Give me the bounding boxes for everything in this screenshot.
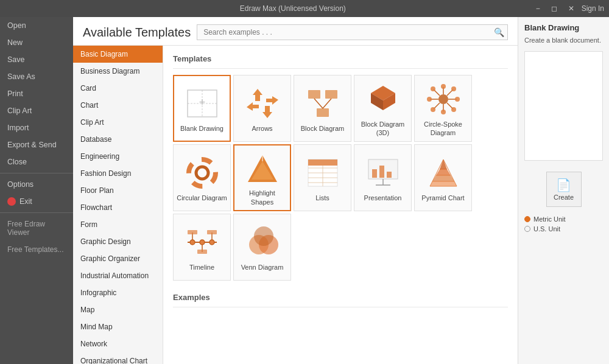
cat-graphic-organizer[interactable]: Graphic Organizer — [73, 250, 163, 267]
preview-box — [524, 51, 603, 161]
create-label: Create — [554, 194, 574, 201]
template-highlight-shapes-label: Highlight Shapes — [237, 189, 287, 206]
unit-metric[interactable]: Metric Unit — [524, 215, 603, 223]
us-label: U.S. Unit — [533, 225, 560, 233]
svg-marker-57 — [432, 175, 454, 181]
sidebar-item-new[interactable]: New — [0, 34, 73, 51]
cat-fashion-design[interactable]: Fashion Design — [73, 165, 163, 182]
cat-flowchart[interactable]: Flowchart — [73, 199, 163, 216]
template-lists-label: Lists — [315, 194, 329, 202]
search-box: 🔍 — [197, 24, 508, 40]
search-icon[interactable]: 🔍 — [494, 27, 504, 37]
sidebar-item-options[interactable]: Options — [0, 176, 73, 193]
template-timeline-label: Timeline — [189, 263, 214, 271]
sidebar-item-clipart[interactable]: Clip Art — [0, 102, 73, 119]
template-timeline[interactable]: Timeline — [173, 214, 231, 281]
venn-diagram-icon — [244, 224, 281, 261]
sidebar-item-export[interactable]: Export & Send — [0, 136, 73, 153]
template-block-diagram[interactable]: Block Diagram — [294, 75, 351, 142]
template-highlight-shapes[interactable]: Highlight Shapes — [233, 144, 291, 211]
sidebar-item-exit[interactable]: Exit — [0, 193, 73, 210]
blank-drawing-icon: + — [184, 85, 220, 122]
sidebar-item-close[interactable]: Close — [0, 153, 73, 170]
template-presentation[interactable]: Presentation — [354, 144, 412, 211]
sidebar-item-free-viewer[interactable]: Free Edraw Viewer — [0, 215, 73, 241]
template-circle-spoke-label: Circle-Spoke Diagram — [417, 120, 469, 138]
restore-button[interactable]: ◻ — [547, 3, 561, 14]
template-circular-diagram[interactable]: Circular Diagram — [173, 144, 231, 211]
svg-marker-58 — [430, 181, 457, 186]
create-button[interactable]: 📄 Create — [546, 172, 582, 207]
sidebar-item-print[interactable]: Print — [0, 85, 73, 102]
us-radio[interactable] — [524, 226, 530, 232]
template-presentation-label: Presentation — [364, 194, 402, 202]
template-lists[interactable]: Lists — [294, 144, 351, 211]
cat-form[interactable]: Form — [73, 216, 163, 233]
sidebar-item-open[interactable]: Open — [0, 17, 73, 34]
center-panel: Available Templates 🔍 Basic Diagram Busi… — [73, 17, 518, 364]
svg-text:+: + — [199, 96, 205, 108]
svg-point-61 — [200, 240, 205, 245]
template-arrows[interactable]: Arrows — [233, 75, 291, 142]
close-button[interactable]: ✕ — [565, 3, 578, 14]
sidebar-item-save[interactable]: Save — [0, 51, 73, 68]
cat-graphic-design[interactable]: Graphic Design — [73, 233, 163, 250]
templates-scroll: Templates + — [163, 46, 518, 364]
template-blank-drawing[interactable]: + Blank Drawing — [173, 75, 231, 142]
sign-in-button[interactable]: Sign In — [582, 4, 604, 13]
cat-infographic[interactable]: Infographic — [73, 284, 163, 301]
svg-point-29 — [431, 86, 435, 91]
svg-marker-5 — [266, 96, 278, 105]
svg-point-25 — [441, 84, 446, 89]
cat-org-chart[interactable]: Organizational Chart — [73, 352, 163, 364]
right-panel-title: Blank Drawing — [524, 23, 603, 32]
template-circle-spoke[interactable]: Circle-Spoke Diagram — [414, 75, 472, 142]
cat-floor-plan[interactable]: Floor Plan — [73, 182, 163, 199]
cat-basic-diagram[interactable]: Basic Diagram — [73, 46, 163, 63]
cat-industrial-automation[interactable]: Industrial Automation — [73, 267, 163, 284]
template-pyramid-chart[interactable]: Pyramid Chart — [414, 144, 472, 211]
minimize-button[interactable]: − — [532, 3, 544, 14]
svg-point-16 — [438, 94, 448, 104]
unit-us[interactable]: U.S. Unit — [524, 225, 603, 233]
right-panel-description: Create a blank document. — [524, 36, 603, 45]
lists-icon — [304, 155, 341, 191]
template-venn-diagram-label: Venn Diagram — [241, 263, 284, 271]
templates-grid: + Blank Drawing — [173, 75, 508, 281]
template-block-diagram-label: Block Diagram — [301, 124, 345, 133]
center-header: Available Templates 🔍 — [73, 17, 518, 46]
metric-radio[interactable] — [524, 216, 530, 222]
svg-rect-68 — [207, 230, 217, 234]
window-controls[interactable]: − ◻ ✕ Sign In — [532, 3, 604, 14]
pyramid-chart-icon — [425, 155, 462, 191]
exit-label: Exit — [19, 197, 32, 206]
cat-business-diagram[interactable]: Business Diagram — [73, 63, 163, 80]
main-layout: Open New Save Save As Print Clip Art Imp… — [0, 17, 609, 364]
sidebar-item-free-templates[interactable]: Free Templates... — [0, 241, 73, 258]
svg-point-60 — [190, 240, 195, 245]
cat-card[interactable]: Card — [73, 80, 163, 97]
svg-rect-67 — [197, 250, 207, 254]
templates-section-header: Templates — [173, 52, 508, 69]
cat-mind-map[interactable]: Mind Map — [73, 318, 163, 335]
template-block-diagram-3d[interactable]: Block Diagram (3D) — [354, 75, 412, 142]
highlight-shapes-icon — [244, 150, 281, 186]
cat-engineering[interactable]: Engineering — [73, 148, 163, 165]
cat-clip-art[interactable]: Clip Art — [73, 114, 163, 131]
svg-marker-6 — [262, 106, 272, 118]
svg-marker-7 — [247, 102, 259, 111]
svg-marker-4 — [253, 89, 262, 101]
cat-chart[interactable]: Chart — [73, 97, 163, 114]
svg-point-31 — [451, 86, 456, 91]
sidebar-item-saveas[interactable]: Save As — [0, 68, 73, 85]
cat-database[interactable]: Database — [73, 131, 163, 148]
template-venn-diagram[interactable]: Venn Diagram — [233, 214, 291, 281]
cat-map[interactable]: Map — [73, 301, 163, 318]
sidebar-divider — [0, 173, 73, 173]
search-input[interactable] — [197, 24, 508, 40]
sidebar: Open New Save Save As Print Clip Art Imp… — [0, 17, 73, 364]
cat-network[interactable]: Network — [73, 335, 163, 352]
svg-point-32 — [431, 107, 435, 112]
sidebar-item-import[interactable]: Import — [0, 119, 73, 136]
svg-line-11 — [314, 99, 323, 108]
